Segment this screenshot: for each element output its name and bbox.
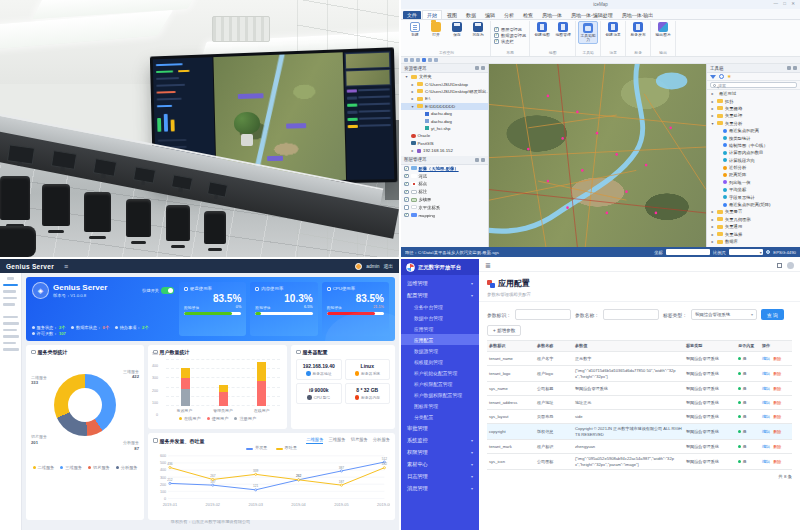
menu-toggle-icon[interactable]: ≡	[64, 263, 68, 270]
layer-item[interactable]: 影像（天地图-影像）	[401, 165, 488, 173]
service-tab[interactable]: 二维服务	[306, 437, 323, 444]
search-input[interactable]: 搜索	[710, 82, 797, 89]
tree-item[interactable]: yt_hci.shp	[401, 125, 488, 132]
tree-item[interactable]: Oracle	[401, 132, 488, 139]
layer-checkbox[interactable]	[404, 166, 409, 171]
fullscreen-icon[interactable]	[777, 263, 782, 268]
menu-item[interactable]: 模板规则管理	[401, 356, 479, 367]
ribbon-tab[interactable]: 开始	[422, 10, 442, 19]
sidebar-item[interactable]	[3, 297, 17, 300]
sidebar-toggle-icon[interactable]: ≣	[485, 262, 491, 269]
history-icon[interactable]	[719, 74, 724, 79]
edit-link[interactable]: 编辑	[762, 459, 770, 465]
tree-item[interactable]: E:\DDDDDDDD	[401, 103, 488, 110]
ribbon-button[interactable]: 地图管理	[553, 21, 573, 38]
window-controls[interactable]: — □ ✕	[774, 1, 798, 6]
user-avatar[interactable]	[787, 262, 794, 269]
close-icon[interactable]	[481, 66, 485, 70]
tree-item[interactable]: E:\	[401, 95, 488, 102]
service-tab[interactable]: 切片服务	[351, 437, 368, 444]
ribbon-tab[interactable]: 文件	[403, 11, 421, 19]
layer-checkbox[interactable]	[404, 197, 409, 202]
sidebar-item[interactable]	[3, 329, 17, 332]
edit-link[interactable]: 编辑	[762, 444, 770, 450]
tree-item[interactable]: C:\Users\JSU\Desktop\研发部出...	[401, 88, 488, 95]
edit-link[interactable]: 编辑	[762, 414, 770, 420]
tool-item[interactable]: 列出唯一值	[707, 179, 800, 186]
ribbon-tab[interactable]: 数据	[462, 11, 480, 19]
service-tab[interactable]: 分析服务	[373, 437, 390, 444]
tree-item[interactable]: 192.168.16.152	[401, 147, 488, 154]
delete-link[interactable]: 删除	[773, 429, 781, 435]
delete-link[interactable]: 删除	[773, 386, 781, 392]
ribbon-checkbox[interactable]: 数据源管理器	[494, 33, 526, 38]
menu-item[interactable]: 应用配置	[401, 334, 479, 345]
layer-checkbox[interactable]	[404, 213, 409, 218]
sidebar-item-active[interactable]	[3, 284, 18, 287]
tool-item[interactable]: 计算面内点的数目	[707, 149, 800, 156]
scale-select[interactable]: ▾	[729, 249, 763, 256]
refresh-icon[interactable]	[434, 58, 438, 62]
pin-icon[interactable]	[475, 66, 479, 70]
menu-item[interactable]: 应用管理	[401, 323, 479, 334]
tool-item[interactable]: 最近集点的距离	[707, 127, 800, 134]
delete-link[interactable]: 删除	[773, 444, 781, 450]
tool-item[interactable]: 数据库	[707, 238, 800, 245]
pin-icon[interactable]	[475, 158, 479, 162]
tool-item[interactable]: 字段显示统计	[707, 193, 800, 200]
menu-item[interactable]: 审批管理	[401, 422, 479, 434]
param-name-input[interactable]	[603, 309, 659, 320]
sidebar-item[interactable]	[3, 290, 16, 293]
sidebar-item[interactable]	[3, 322, 19, 325]
delete-link[interactable]: 删除	[773, 414, 781, 420]
layer-item[interactable]: 标注	[401, 188, 488, 196]
service-tab[interactable]: 三维服务	[328, 437, 345, 444]
menu-item[interactable]: 图标库管理	[401, 400, 479, 411]
layer-checkbox[interactable]	[404, 205, 409, 210]
tool-item[interactable]: 矢量处理	[707, 112, 800, 119]
favorite-icon[interactable]: ★	[727, 74, 731, 79]
menu-item[interactable]: 租户初始化配置管理	[401, 367, 479, 378]
tool-item[interactable]: 平均坐标	[707, 186, 800, 193]
menu-item[interactable]: 数据中台管理	[401, 312, 479, 323]
delete-link[interactable]: 删除	[773, 400, 781, 406]
tree-item[interactable]: dachu.dwg	[401, 110, 488, 117]
tool-item[interactable]: 近邻分析	[707, 164, 800, 171]
ribbon-button[interactable]: 创建地图	[532, 21, 552, 38]
tool-item[interactable]: 按类型统计	[707, 134, 800, 141]
ribbon-tab[interactable]: 房地一体	[538, 11, 566, 19]
close-icon[interactable]	[793, 66, 797, 70]
menu-item[interactable]: 消息管理	[401, 482, 479, 494]
tool-item[interactable]: 最近用过	[707, 90, 800, 97]
menu-item[interactable]: 业务中台管理	[401, 301, 479, 312]
tool-item[interactable]: 距离矩阵	[707, 171, 800, 178]
tree-item[interactable]: C:\Users\JSU\Desktop	[401, 80, 488, 87]
menu-item[interactable]: 权限管理	[401, 446, 479, 458]
edit-link[interactable]: 编辑	[762, 429, 770, 435]
tree-item[interactable]: 文件夹	[401, 73, 488, 80]
menu-item[interactable]: 租户数据权限配置管理	[401, 389, 479, 400]
layer-item[interactable]: 水平坐标系	[401, 203, 488, 211]
layer-item[interactable]: 河流	[401, 172, 488, 180]
filter-icon[interactable]	[710, 75, 716, 79]
tool-item[interactable]: 矢量几何图形	[707, 216, 800, 223]
ribbon-tab[interactable]: 检查	[519, 11, 537, 19]
layer-checkbox[interactable]	[404, 174, 409, 179]
add-param-button[interactable]: + 新增参数	[487, 325, 521, 336]
delete-link[interactable]: 删除	[773, 459, 781, 465]
tag-type-select[interactable]: 智网综合管理系统▾	[691, 309, 757, 320]
tool-item[interactable]: 矢量分析	[707, 120, 800, 127]
zoom-out-icon[interactable]	[416, 58, 420, 62]
logout-link[interactable]: 退出	[383, 263, 393, 269]
zoom-in-icon[interactable]	[410, 58, 414, 62]
tool-item[interactable]: 矢量通用	[707, 223, 800, 230]
layer-item[interactable]: mapping	[401, 211, 488, 219]
menu-item[interactable]: 分类配置	[401, 411, 479, 422]
edit-link[interactable]: 编辑	[762, 356, 770, 362]
layer-checkbox[interactable]	[404, 190, 409, 195]
menu-item[interactable]: 日志管理	[401, 470, 479, 482]
user-avatar[interactable]	[355, 263, 362, 270]
sidebar-item[interactable]	[3, 342, 16, 345]
layer-item[interactable]: 标点	[401, 180, 488, 188]
ribbon-checkbox[interactable]: 状态栏	[494, 39, 526, 44]
